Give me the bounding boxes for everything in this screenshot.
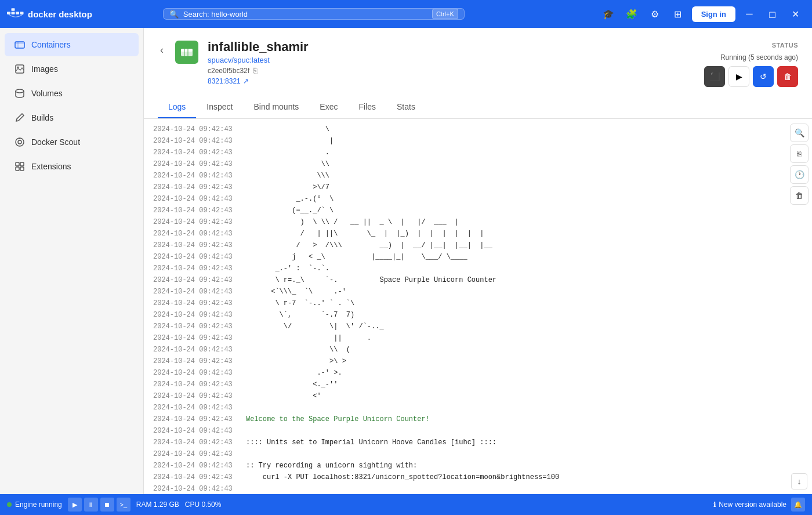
sidebar-item-label: Builds bbox=[31, 113, 53, 122]
tab-inspect[interactable]: Inspect bbox=[196, 96, 243, 118]
log-timestamp: 2024-10-24 09:42:43 bbox=[153, 426, 246, 436]
close-button[interactable]: ✕ bbox=[786, 5, 805, 23]
table-row: 2024-10-24 09:42:43 \ bbox=[144, 124, 812, 135]
table-row: 2024-10-24 09:42:43 <._-'' bbox=[144, 379, 812, 390]
delete-button[interactable]: 🗑 bbox=[777, 66, 798, 87]
tab-stats[interactable]: Stats bbox=[386, 96, 426, 118]
log-content: \`, `-.7 7) bbox=[246, 310, 354, 320]
log-content: ) \ \\ / __ || _ \ | |/ ___ | bbox=[246, 217, 459, 227]
container-info: infallible_shamir spuacv/spuc:latest c2e… bbox=[208, 39, 695, 85]
log-timestamp: 2024-10-24 09:42:43 bbox=[153, 171, 246, 181]
tab-exec[interactable]: Exec bbox=[309, 96, 348, 118]
search-log-button[interactable]: 🔍 bbox=[790, 124, 809, 142]
sidebar-item-extensions[interactable]: Extensions bbox=[5, 155, 139, 178]
cpu-usage: CPU 0.50% bbox=[185, 501, 222, 509]
svg-point-11 bbox=[16, 138, 24, 146]
status-section: STATUS Running (5 seconds ago) ⬛ ▶ ↺ 🗑 bbox=[704, 42, 798, 87]
stop-button[interactable]: ⬛ bbox=[704, 66, 725, 87]
back-button[interactable]: ‹ bbox=[158, 42, 166, 59]
table-row: 2024-10-24 09:42:43 \\ bbox=[144, 158, 812, 170]
info-icon: ℹ bbox=[713, 501, 716, 509]
log-timestamp: 2024-10-24 09:42:43 bbox=[153, 263, 246, 274]
app-logo: docker desktop bbox=[7, 8, 92, 20]
sidebar-item-builds[interactable]: Builds bbox=[5, 106, 139, 129]
svg-rect-1 bbox=[12, 12, 15, 14]
sidebar-item-docker-scout[interactable]: Docker Scout bbox=[5, 130, 139, 154]
sidebar-item-containers[interactable]: Containers bbox=[5, 33, 139, 56]
sidebar-item-volumes[interactable]: Volumes bbox=[5, 82, 139, 105]
status-text: Running (5 seconds ago) bbox=[720, 53, 798, 61]
sign-in-button[interactable]: Sign in bbox=[692, 6, 735, 22]
copy-id-icon[interactable]: ⎘ bbox=[253, 66, 258, 75]
engine-status: Engine running bbox=[7, 501, 62, 509]
learn-icon[interactable]: 🎓 bbox=[599, 5, 618, 23]
play-engine-button[interactable]: ▶ bbox=[68, 498, 82, 512]
scroll-down-button[interactable]: ↓ bbox=[791, 473, 807, 489]
bell-button[interactable]: 🔔 bbox=[791, 498, 805, 512]
table-row: 2024-10-24 09:42:43 bbox=[144, 425, 812, 437]
maximize-button[interactable]: ◻ bbox=[763, 5, 782, 23]
log-content: _.-' : `-.`. bbox=[246, 263, 329, 274]
images-icon bbox=[14, 63, 26, 75]
table-row: 2024-10-24 09:42:43 >\ > bbox=[144, 356, 812, 367]
sidebar-item-images[interactable]: Images bbox=[5, 57, 139, 81]
log-timestamp: 2024-10-24 09:42:43 bbox=[153, 414, 246, 425]
restart-button[interactable]: ↺ bbox=[753, 66, 774, 87]
new-version-notice[interactable]: ℹ New version available bbox=[713, 501, 786, 509]
table-row: 2024-10-24 09:42:43 curl -X PUT localhos… bbox=[144, 472, 812, 483]
timestamp-button[interactable]: 🕐 bbox=[790, 165, 809, 184]
volumes-icon bbox=[14, 88, 26, 99]
container-header-top: ‹ infallible_shamir spuacv/spuc:latest c… bbox=[158, 39, 798, 87]
log-timestamp: 2024-10-24 09:42:43 bbox=[153, 124, 246, 135]
log-content: . bbox=[246, 147, 329, 158]
clear-log-button[interactable]: 🗑 bbox=[790, 186, 809, 205]
tab-files[interactable]: Files bbox=[348, 96, 386, 118]
content-area: ‹ infallible_shamir spuacv/spuc:latest c… bbox=[144, 28, 812, 494]
log-content: >\ > bbox=[246, 356, 346, 367]
log-content: \ r-7 `-..' ` . `\ bbox=[246, 298, 354, 309]
log-content: \ r=._\ `-. Space Purple Unicorn Counter bbox=[246, 275, 496, 285]
log-timestamp: 2024-10-24 09:42:43 bbox=[153, 344, 246, 355]
svg-rect-3 bbox=[12, 8, 15, 11]
external-link-icon: ↗ bbox=[243, 77, 249, 85]
log-area[interactable]: 2024-10-24 09:42:43 \2024-10-24 09:42:43… bbox=[144, 119, 812, 494]
log-content: \/ \| \' /`-.._ bbox=[246, 321, 384, 332]
search-text: Search: hello-world bbox=[183, 10, 248, 19]
tab-logs[interactable]: Logs bbox=[158, 96, 196, 118]
log-content: <._-'' bbox=[246, 379, 338, 390]
pause-engine-button[interactable]: ⏸ bbox=[84, 498, 98, 512]
container-id: c2ee0f5bc32f bbox=[208, 67, 249, 75]
container-image-link[interactable]: spuacv/spuc:latest bbox=[208, 56, 270, 64]
tab-bind-mounts[interactable]: Bind mounts bbox=[244, 96, 310, 118]
sidebar-item-label: Extensions bbox=[31, 162, 71, 171]
log-content: \ bbox=[246, 124, 329, 135]
log-timestamp: 2024-10-24 09:42:43 bbox=[153, 286, 246, 297]
log-timestamp: 2024-10-24 09:42:43 bbox=[153, 182, 246, 193]
log-content: .-' >. bbox=[246, 368, 342, 378]
search-shortcut: Ctrl+K bbox=[432, 9, 458, 19]
sidebar-item-label: Volumes bbox=[31, 89, 63, 98]
log-content: \\ ( bbox=[246, 344, 350, 355]
log-timestamp: 2024-10-24 09:42:43 bbox=[153, 321, 246, 332]
svg-rect-2 bbox=[16, 12, 19, 14]
sidebar: Containers Images Volumes bbox=[0, 28, 144, 494]
extensions-icon[interactable]: 🧩 bbox=[622, 5, 641, 23]
topbar-actions: 🎓 🧩 ⚙ ⊞ Sign in ─ ◻ ✕ bbox=[599, 5, 805, 23]
copy-log-button[interactable]: ⎘ bbox=[790, 144, 809, 163]
minimize-button[interactable]: ─ bbox=[740, 5, 759, 23]
table-row: 2024-10-24 09:42:43 \/ \| \' /`-.._ bbox=[144, 321, 812, 332]
container-name: infallible_shamir bbox=[208, 39, 695, 55]
table-row: 2024-10-24 09:42:43 Welcome to the Space… bbox=[144, 414, 812, 425]
search-icon: 🔍 bbox=[169, 10, 179, 19]
grid-icon[interactable]: ⊞ bbox=[669, 5, 687, 23]
stop-engine-button[interactable]: ⏹ bbox=[100, 498, 114, 512]
table-row: 2024-10-24 09:42:43 \ r-7 `-..' ` . `\ bbox=[144, 298, 812, 309]
sidebar-item-label: Docker Scout bbox=[31, 137, 80, 147]
pause-button[interactable]: ▶ bbox=[728, 66, 749, 87]
table-row: 2024-10-24 09:42:43 bbox=[144, 402, 812, 414]
port-link[interactable]: 8321:8321 ↗ bbox=[208, 77, 695, 85]
search-bar[interactable]: 🔍 Search: hello-world Ctrl+K bbox=[163, 8, 465, 20]
settings-icon[interactable]: ⚙ bbox=[646, 5, 664, 23]
terminal-button[interactable]: >_ bbox=[117, 498, 130, 512]
log-content: (=__._/` \ bbox=[246, 205, 334, 216]
